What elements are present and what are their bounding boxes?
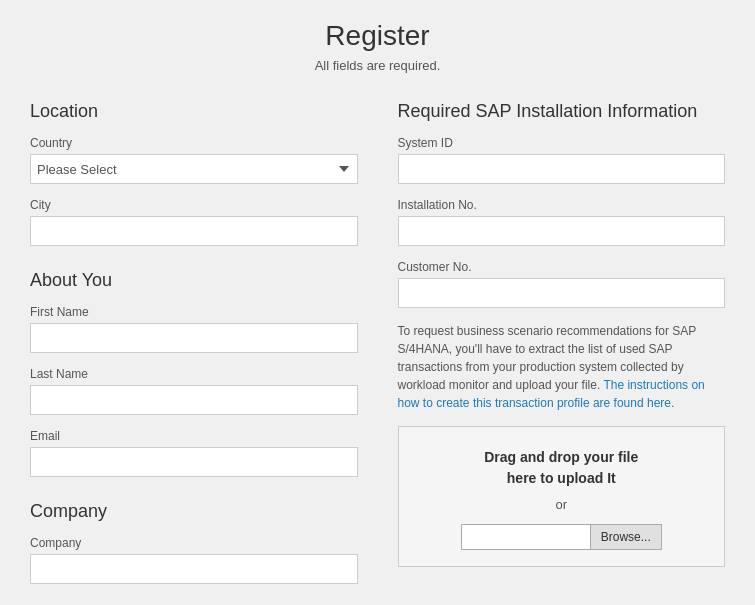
email-input[interactable] [30,447,358,477]
last-name-input[interactable] [30,385,358,415]
about-you-section: About You First Name Last Name Email [30,270,358,477]
first-name-input[interactable] [30,323,358,353]
page-wrapper: Register All fields are required. Locati… [0,0,755,605]
upload-browse-row: Browse... [415,524,709,550]
installation-no-input[interactable] [398,216,726,246]
upload-or-text: or [415,497,709,512]
customer-no-input[interactable] [398,278,726,308]
system-id-group: System ID [398,136,726,184]
location-section-title: Location [30,101,358,122]
upload-file-input[interactable] [461,524,591,550]
city-input[interactable] [30,216,358,246]
country-label: Country [30,136,358,150]
page-subtitle: All fields are required. [30,58,725,73]
about-you-section-title: About You [30,270,358,291]
email-group: Email [30,429,358,477]
system-id-input[interactable] [398,154,726,184]
city-label: City [30,198,358,212]
company-section: Company Company [30,501,358,584]
browse-button[interactable]: Browse... [591,524,662,550]
info-text: To request business scenario recommendat… [398,322,726,412]
installation-no-label: Installation No. [398,198,726,212]
company-group: Company [30,536,358,584]
upload-area: Drag and drop your file here to upload I… [398,426,726,567]
right-column: Required SAP Installation Information Sy… [398,101,726,567]
country-select[interactable]: Please Select [30,154,358,184]
last-name-label: Last Name [30,367,358,381]
customer-no-group: Customer No. [398,260,726,308]
location-section: Location Country Please Select City [30,101,358,246]
city-group: City [30,198,358,246]
country-group: Country Please Select [30,136,358,184]
company-section-title: Company [30,501,358,522]
first-name-label: First Name [30,305,358,319]
company-input[interactable] [30,554,358,584]
left-column: Location Country Please Select City Abou… [30,101,358,598]
upload-drag-text: Drag and drop your file here to upload I… [415,447,709,489]
customer-no-label: Customer No. [398,260,726,274]
company-label: Company [30,536,358,550]
first-name-group: First Name [30,305,358,353]
last-name-group: Last Name [30,367,358,415]
system-id-label: System ID [398,136,726,150]
sap-section-title: Required SAP Installation Information [398,101,726,122]
form-columns: Location Country Please Select City Abou… [30,101,725,598]
installation-no-group: Installation No. [398,198,726,246]
email-label: Email [30,429,358,443]
page-header: Register All fields are required. [30,20,725,73]
page-title: Register [30,20,725,52]
